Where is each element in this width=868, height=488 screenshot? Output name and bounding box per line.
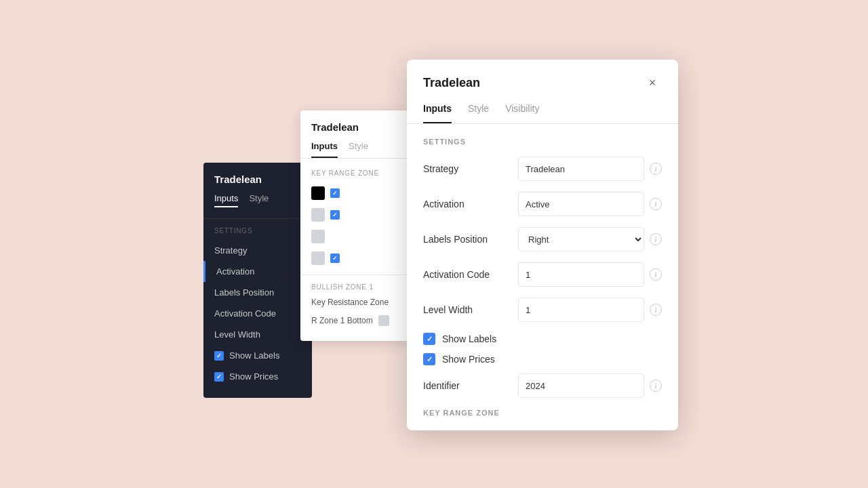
activation-code-input-group: i	[518, 262, 662, 287]
middle-divider	[300, 274, 409, 275]
identifier-input[interactable]	[518, 373, 644, 398]
dialog-title: Tradelean	[423, 76, 480, 90]
settings-section-label: SETTINGS	[423, 138, 662, 146]
identifier-info-icon[interactable]: i	[650, 380, 662, 392]
identifier-row: Identifier i	[423, 373, 662, 398]
strategy-input[interactable]	[518, 157, 644, 181]
tab-visibility[interactable]: Visibility	[505, 103, 539, 123]
szone-top-checkbox[interactable]	[330, 210, 340, 220]
level-width-info-icon[interactable]: i	[650, 304, 662, 316]
main-dialog: Tradelean × Inputs Style Visibility SETT…	[407, 60, 678, 430]
szone-bottom-color-swatch[interactable]	[311, 230, 325, 243]
middle-row-szone-top	[300, 204, 409, 226]
activation-info-icon[interactable]: i	[650, 198, 662, 210]
dialog-tabs: Inputs Style Visibility	[407, 103, 678, 124]
middle-panel-tabs: Inputs Style	[300, 141, 409, 159]
dark-panel-settings-label: SETTINGS	[203, 219, 312, 240]
dark-panel-item-show-prices[interactable]: Show Prices	[203, 366, 312, 387]
activation-code-row: Activation Code i	[423, 262, 662, 287]
activation-label: Activation	[423, 199, 518, 209]
strategy-label: Strategy	[423, 163, 518, 174]
show-prices-checkbox[interactable]	[423, 353, 435, 365]
labels-position-label: Labels Position	[423, 234, 518, 245]
dark-panel-tabs: Inputs Style	[203, 193, 312, 219]
activation-input[interactable]	[518, 192, 644, 216]
dialog-body: SETTINGS Strategy i Activation i Labels …	[407, 124, 678, 430]
middle-panel-title: Tradelean	[300, 121, 409, 141]
show-labels-row: Show Labels	[423, 333, 662, 345]
bullish-zone-label: BULLISH ZONE 1	[300, 281, 409, 293]
identifier-input-group: i	[518, 373, 662, 398]
dark-panel-item-strategy[interactable]: Strategy	[203, 240, 312, 261]
dark-panel-title: Tradelean	[203, 174, 312, 193]
strategy-row: Strategy i	[423, 157, 662, 181]
dark-sidebar-panel: Tradelean Inputs Style SETTINGS Strategy…	[203, 163, 312, 398]
activation-code-label: Activation Code	[423, 269, 518, 280]
mid-range-checkbox[interactable]	[330, 253, 340, 263]
strategy-input-group: i	[518, 157, 662, 181]
dark-panel-item-activation[interactable]: Activation	[203, 261, 312, 282]
dark-panel-tab-inputs[interactable]: Inputs	[214, 193, 238, 207]
identifier-label: Identifier	[423, 380, 518, 391]
show-labels-checkbox-dark[interactable]	[214, 351, 224, 361]
rzone-bottom-swatch[interactable]	[378, 315, 389, 326]
middle-row-key-resistance: Key Resistance Zone	[300, 293, 409, 311]
show-labels-text: Show Labels	[442, 333, 496, 344]
support-checkbox[interactable]	[330, 188, 340, 198]
activation-row: Activation i	[423, 192, 662, 216]
middle-tab-inputs[interactable]: Inputs	[311, 141, 338, 158]
show-prices-checkbox-dark[interactable]	[214, 372, 224, 382]
middle-row-rzone-bottom: R Zone 1 Bottom	[300, 311, 409, 330]
szone-top-color-swatch[interactable]	[311, 208, 325, 222]
key-range-section: KEY RANGE ZONE	[423, 409, 662, 417]
level-width-input-group: i	[518, 298, 662, 322]
support-color-swatch[interactable]	[311, 186, 325, 200]
dark-panel-item-level-width[interactable]: Level Width	[203, 324, 312, 345]
level-width-row: Level Width i	[423, 298, 662, 322]
middle-panel: Tradelean Inputs Style KEY RANGE ZONE BU…	[300, 110, 409, 341]
activation-input-group: i	[518, 192, 662, 216]
middle-row-mid-range	[300, 247, 409, 269]
show-prices-row: Show Prices	[423, 353, 662, 365]
strategy-info-icon[interactable]: i	[650, 163, 662, 175]
middle-row-szone-bottom	[300, 226, 409, 247]
activation-code-input[interactable]	[518, 262, 644, 287]
middle-key-range-label: KEY RANGE ZONE	[300, 167, 409, 182]
labels-position-info-icon[interactable]: i	[650, 233, 662, 245]
labels-position-input-group: Left Right Center i	[518, 227, 662, 251]
middle-tab-style[interactable]: Style	[349, 141, 368, 158]
close-button[interactable]: ×	[643, 73, 662, 92]
tab-style[interactable]: Style	[468, 103, 489, 123]
show-labels-checkbox[interactable]	[423, 333, 435, 345]
key-range-zone-label: KEY RANGE ZONE	[423, 409, 662, 417]
dark-panel-item-show-labels[interactable]: Show Labels	[203, 345, 312, 366]
dark-panel-item-activation-code[interactable]: Activation Code	[203, 303, 312, 324]
level-width-input[interactable]	[518, 298, 644, 322]
show-prices-text: Show Prices	[442, 354, 495, 365]
tab-inputs[interactable]: Inputs	[423, 103, 452, 123]
dark-panel-item-labels-position[interactable]: Labels Position	[203, 282, 312, 303]
activation-code-info-icon[interactable]: i	[650, 268, 662, 281]
level-width-label: Level Width	[423, 304, 518, 315]
key-resistance-label: Key Resistance Zone	[311, 298, 389, 307]
labels-position-row: Labels Position Left Right Center i	[423, 227, 662, 251]
mid-range-color-swatch[interactable]	[311, 251, 325, 265]
dark-panel-tab-style[interactable]: Style	[249, 193, 269, 207]
rzone-bottom-label: R Zone 1 Bottom	[311, 316, 373, 325]
dialog-header: Tradelean ×	[407, 60, 678, 103]
middle-row-support	[300, 182, 409, 204]
labels-position-select[interactable]: Left Right Center	[518, 227, 644, 251]
